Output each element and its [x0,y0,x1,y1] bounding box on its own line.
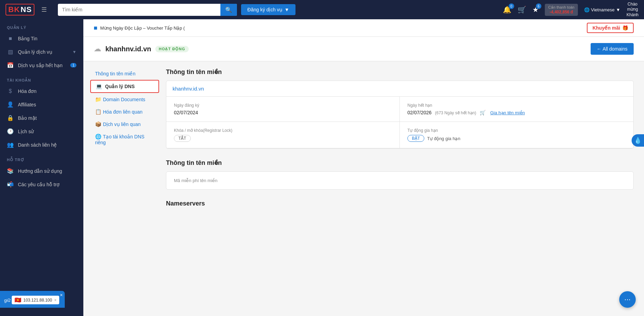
sidebar-item-yeu-cau[interactable]: 📬 Các yêu cầu hỗ trợ [0,178,83,191]
exp-date-cell: Ngày hết hạn 02/07/2026 (673 Ngày sẽ hết… [400,97,633,122]
flag-icon: 🇻🇳 [14,297,21,303]
nav-dich-vu-lq[interactable]: 📦 Dịch vụ liên quan [90,118,159,130]
notif-banner: ■ Mừng Ngày Độc Lập – Voucher Tấp Nập ( … [83,19,644,37]
sidebar-item-huong-dan[interactable]: 📚 Hướng dẫn sử dụng [0,164,83,178]
lang-label: Vietnamese [591,7,614,12]
sidebar-label-affiliates: Affiliates [18,102,76,107]
domain-link[interactable]: khanhnv.id.vn [166,81,633,97]
cloud-icon: ☁ [94,44,101,53]
register-label: Đăng ký dịch vụ [247,7,282,12]
invoice-lq-icon: 📋 [95,109,102,115]
ip-address: 103.121.88.100 [23,298,52,303]
auto-renew-text: Tự động gia hạn [427,136,460,141]
logo-ns: NS [21,5,32,14]
reg-date-cell: Ngày đăng ký 02/07/2024 [166,97,400,122]
logo-bk: BK [8,5,20,14]
search-input[interactable] [58,4,220,15]
domain-title: ☁ khanhnv.id.vn HOẠT ĐỘNG [94,44,189,53]
sidebar-item-bang-tin[interactable]: ■ Bảng Tin [0,32,83,45]
sidebar-item-affiliates[interactable]: 👤 Affiliates [0,98,83,111]
sidebar-item-hoa-don[interactable]: $ Hóa đơn [0,85,83,98]
sidebar-item-lich-su[interactable]: 🕑 Lịch sử [0,125,83,138]
cart-icon: 🛒 [518,6,526,13]
chat-widget[interactable]: ··· [619,291,636,308]
domain-status-badge: HOẠT ĐỘNG [155,46,189,52]
nav-icons: 🔔 0 🛒 ★ 6 Cần thanh toán -4,402,856 đ 🌐 … [503,2,638,18]
sidebar-label-lich-su: Lịch sử [18,129,76,134]
reg-date-value: 02/07/2024 [174,110,392,115]
star-icon-wrap[interactable]: ★ 6 [532,6,539,14]
water-drop-widget[interactable]: 💧 [632,134,644,147]
sidebar-item-danh-sach[interactable]: 👥 Danh sách liên hệ [0,138,83,151]
all-domains-btn[interactable]: ← All domains [591,43,634,55]
nav-tao-dns-label: Tạo tài khoản DNS riêng [95,134,144,145]
sidebar-label-danh-sach: Danh sách liên hệ [18,142,76,148]
khuyen-mai-btn[interactable]: Khuyến mãi 🎁 [587,23,634,33]
nav-thong-tin-label: Thông tin tên miền [95,71,135,76]
balance-area[interactable]: Cần thanh toán -4,402,856 đ [545,4,578,16]
auto-renew-tag[interactable]: BẬT [407,135,424,142]
nav-quan-ly-dns[interactable]: 💻 Quản lý DNS [90,80,159,93]
sidebar-item-dich-vu-sap[interactable]: 📅 Dịch vụ sắp hết hạn 1 [0,59,83,72]
menu-icon[interactable]: ☰ [41,6,47,13]
dich-vu-badge: 1 [70,63,76,67]
domain-info-card: khanhnv.id.vn Ngày đăng ký 02/07/2024 Ng… [166,81,634,149]
service-icon: ▧ [7,49,14,55]
domain-info2-title: Thông tin tên miền [166,159,634,167]
nav-quan-ly-dns-label: Quản lý DNS [105,84,135,89]
calendar-icon: 📅 [7,62,14,69]
nav-thong-tin[interactable]: Thông tin tên miền [90,68,159,79]
security-icon: 🔒 [7,115,14,121]
domain-header: ☁ khanhnv.id.vn HOẠT ĐỘNG ← All domains [83,37,644,61]
sidebar-section-quan-ly: QUẢN LÝ [0,19,83,32]
language-selector[interactable]: 🌐 Vietnamese ▼ [584,7,620,12]
lock-value: TẮT [174,135,392,142]
nav-hoa-don-lq[interactable]: 📋 Hóa đơn liên quan [90,106,159,118]
sidebar-item-quan-ly-dv[interactable]: ▧ Quản lý dịch vụ ▼ [0,45,83,59]
affiliates-icon: 👤 [7,101,14,108]
notif-popup: × giữ 🇻🇳 103.121.88.100 × [0,291,65,308]
exp-date-value: 02/07/2026 (673 Ngày sẽ hết hạn) 🛒 Gia h… [407,110,626,115]
nav-dich-vu-lq-label: Dịch vụ liên quan [103,122,141,127]
chevron-down-icon: ▼ [284,7,289,12]
nav-hoa-don-lq-label: Hóa đơn liên quan [103,109,143,115]
domain-left-nav: Thông tin tên miền 💻 Quản lý DNS 📁 Domai… [83,61,159,219]
layout: QUẢN LÝ ■ Bảng Tin ▧ Quản lý dịch vụ ▼ 📅… [0,19,644,316]
register-btn[interactable]: Đăng ký dịch vụ ▼ [241,4,295,15]
domain-info-title: Thông tin tên miền [166,68,634,76]
notif-popup-close[interactable]: × [60,292,63,298]
invoice-icon: $ [7,88,14,94]
history-icon: 🕑 [7,128,14,135]
sidebar-label-bao-mat: Bảo mật [18,115,76,121]
lock-status-tag[interactable]: TẮT [174,135,191,142]
cart-icon-wrap[interactable]: 🛒 [518,6,526,14]
drop-icon: 💧 [634,137,642,144]
dns-icon: 💻 [96,83,102,89]
notification-icon-wrap[interactable]: 🔔 0 [503,6,511,14]
logo[interactable]: BKNS [6,4,34,15]
search-button[interactable]: 🔍 [220,4,237,16]
globe-icon: 🌐 [584,7,590,12]
contact-icon: 👥 [7,141,14,148]
auto-renew-value: BẬT Tự động gia hạn [407,135,626,142]
search-bar: 🔍 [58,4,237,16]
sidebar-label-dich-vu-sap: Dịch vụ sắp hết hạn [18,63,66,68]
sidebar-label-huong-dan: Hướng dẫn sử dụng [18,168,76,174]
balance-label: Cần thanh toán [548,5,574,10]
ip-close-icon[interactable]: × [54,298,56,303]
sidebar-item-bao-mat[interactable]: 🔒 Bảo mật [0,111,83,125]
greeting: Chào mừng Khánh [626,2,638,18]
renew-link[interactable]: Gia hạn tên miền [490,110,525,115]
domain-name: khanhnv.id.vn [105,45,151,53]
lock-cell: Khóa / mở khóa(Registrar Lock) TẮT [166,122,400,148]
notif-popup-ip: 🇻🇳 103.121.88.100 × [12,296,59,304]
notif-message: Mừng Ngày Độc Lập – Voucher Tấp Nập ( [100,25,185,31]
notif-popup-text: giữ [4,298,10,303]
auto-renew-label: Tự động gia hạn [407,128,626,133]
auto-renew-cell: Tự động gia hạn BẬT Tự động gia hạn [400,122,633,148]
sidebar: QUẢN LÝ ■ Bảng Tin ▧ Quản lý dịch vụ ▼ 📅… [0,19,83,316]
sidebar-label-yeu-cau: Các yêu cầu hỗ trợ [18,182,76,187]
domain-info2-card: Mã miễn phí tên miền [166,171,634,190]
nav-domain-docs[interactable]: 📁 Domain Documents [90,94,159,105]
nav-tao-dns[interactable]: 🌐 Tạo tài khoản DNS riêng [90,131,159,148]
